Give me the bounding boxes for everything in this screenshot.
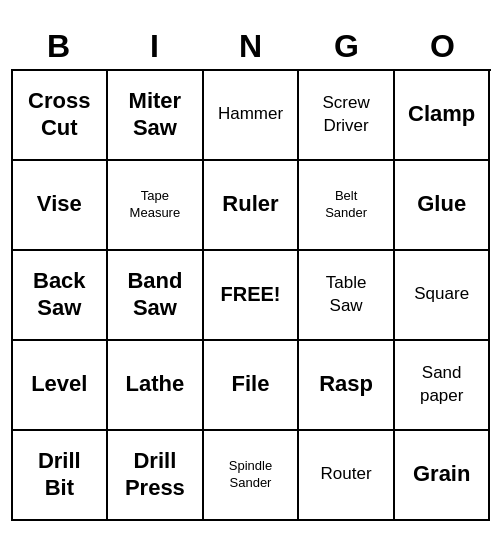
cell-text: Square [414, 283, 469, 305]
cell-text: Router [321, 463, 372, 485]
header-letter: B [11, 24, 107, 69]
cell-text: FREE! [220, 283, 280, 306]
cell-text: BackSaw [33, 268, 86, 321]
cell-text: Sandpaper [420, 362, 463, 406]
header-letter: I [107, 24, 203, 69]
bingo-cell: BackSaw [13, 251, 109, 341]
bingo-cell: TableSaw [299, 251, 395, 341]
cell-text: DrillPress [125, 448, 185, 501]
cell-text: Clamp [408, 101, 475, 127]
bingo-cell: MiterSaw [108, 71, 204, 161]
cell-text: Rasp [319, 371, 373, 397]
bingo-cell: Level [13, 341, 109, 431]
cell-text: TapeMeasure [130, 188, 181, 222]
bingo-cell: Clamp [395, 71, 491, 161]
cell-text: Lathe [126, 371, 185, 397]
cell-text: Glue [417, 191, 466, 217]
bingo-cell: TapeMeasure [108, 161, 204, 251]
bingo-cell: Glue [395, 161, 491, 251]
cell-text: MiterSaw [129, 88, 182, 141]
cell-text: ScrewDriver [322, 92, 369, 136]
cell-text: BeltSander [325, 188, 367, 222]
bingo-cell: Router [299, 431, 395, 521]
cell-text: Hammer [218, 103, 283, 125]
cell-text: BandSaw [127, 268, 182, 321]
bingo-cell: Rasp [299, 341, 395, 431]
bingo-cell: Sandpaper [395, 341, 491, 431]
cell-text: SpindleSander [229, 458, 272, 492]
bingo-cell: BandSaw [108, 251, 204, 341]
bingo-cell: File [204, 341, 300, 431]
bingo-cell: Hammer [204, 71, 300, 161]
cell-text: Grain [413, 461, 470, 487]
bingo-cell: DrillPress [108, 431, 204, 521]
bingo-cell: FREE! [204, 251, 300, 341]
bingo-cell: Square [395, 251, 491, 341]
cell-text: Vise [37, 191, 82, 217]
header-letter: N [203, 24, 299, 69]
bingo-grid: CrossCutMiterSawHammerScrewDriverClampVi… [11, 69, 491, 521]
header-letter: O [395, 24, 491, 69]
cell-text: File [232, 371, 270, 397]
bingo-cell: CrossCut [13, 71, 109, 161]
cell-text: DrillBit [38, 448, 81, 501]
cell-text: Ruler [222, 191, 278, 217]
bingo-card: BINGO CrossCutMiterSawHammerScrewDriverC… [11, 24, 491, 521]
cell-text: TableSaw [326, 272, 367, 316]
header-letter: G [299, 24, 395, 69]
bingo-cell: Lathe [108, 341, 204, 431]
bingo-cell: ScrewDriver [299, 71, 395, 161]
bingo-cell: Grain [395, 431, 491, 521]
bingo-cell: BeltSander [299, 161, 395, 251]
cell-text: Level [31, 371, 87, 397]
cell-text: CrossCut [28, 88, 90, 141]
bingo-cell: SpindleSander [204, 431, 300, 521]
bingo-header: BINGO [11, 24, 491, 69]
bingo-cell: Ruler [204, 161, 300, 251]
bingo-cell: Vise [13, 161, 109, 251]
bingo-cell: DrillBit [13, 431, 109, 521]
